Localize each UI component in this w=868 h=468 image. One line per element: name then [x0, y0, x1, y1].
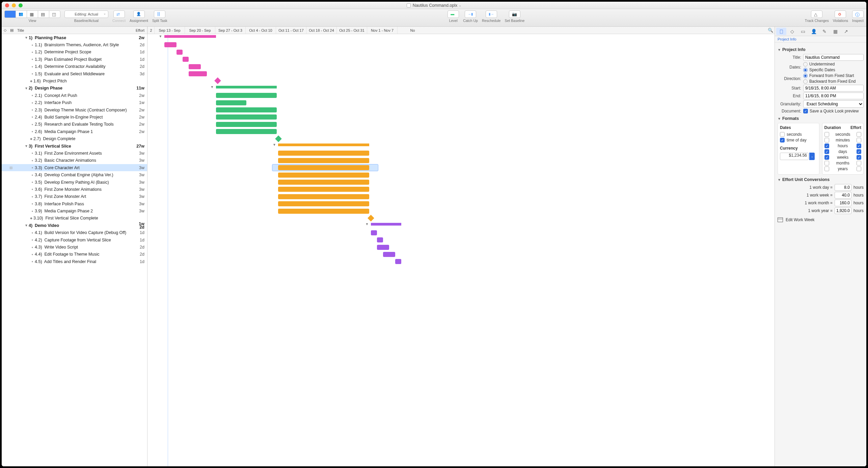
- timeline-column[interactable]: 2: [147, 27, 154, 34]
- gantt-bar[interactable]: [177, 50, 183, 55]
- task-row[interactable]: ●2.5) Research and Evaluate Testing Tool…: [2, 121, 147, 128]
- view-gantt-button[interactable]: [4, 10, 16, 18]
- task-row[interactable]: ●1.3) Plan Estimated Project Budget1d: [2, 56, 147, 63]
- gantt-bar[interactable]: [395, 259, 401, 264]
- task-row[interactable]: ●3.5) Develop Enemy Pathing AI (Basic)3w: [2, 179, 147, 186]
- task-row[interactable]: ●2.3) Develop Theme Music (Contract Comp…: [2, 106, 147, 113]
- gantt-bar[interactable]: [377, 245, 389, 250]
- task-row[interactable]: ●3.7) First Zone Monster Art3w: [2, 193, 147, 200]
- gantt-disclosure[interactable]: ▼: [365, 222, 369, 226]
- gantt-bar[interactable]: [216, 122, 277, 127]
- gantt-bar[interactable]: [278, 194, 369, 199]
- timeline-column[interactable]: Nov 1 - Nov 7: [367, 27, 397, 34]
- task-row[interactable]: ●3.4) Develop Combat Engine (Alpha Ver.)…: [2, 171, 147, 178]
- gantt-bar[interactable]: [278, 201, 369, 206]
- gantt-milestone[interactable]: [214, 77, 221, 84]
- gantt-bar[interactable]: [371, 223, 401, 226]
- gantt-bar[interactable]: [278, 173, 369, 178]
- view-network-button[interactable]: [38, 10, 49, 18]
- task-row[interactable]: ●1.4) Determine Contractor Availability2…: [2, 63, 147, 70]
- gantt-bar[interactable]: [189, 64, 201, 69]
- task-row[interactable]: ●3.1) First Zone Environment Assets3w: [2, 150, 147, 157]
- splittask-button[interactable]: [154, 10, 165, 18]
- view-resources-button[interactable]: [16, 10, 27, 18]
- task-row[interactable]: ●1.1) Brainstorm Themes, Audience, Art S…: [2, 41, 147, 48]
- gantt-bar[interactable]: [278, 144, 369, 146]
- task-row[interactable]: ▼3) First Vertical Slice27w: [2, 142, 147, 150]
- task-row[interactable]: ◆3.10) First Vertical Slice Complete: [2, 215, 147, 222]
- baseline-dropdown[interactable]: Editing: Actual: [64, 10, 108, 18]
- title-column-header[interactable]: Title: [15, 28, 130, 32]
- reschedule-button[interactable]: [486, 10, 497, 18]
- gantt-bar[interactable]: [189, 71, 207, 76]
- gantt-bar[interactable]: [164, 42, 177, 47]
- document-title[interactable]: Nautilus Command.oplx: [413, 3, 458, 8]
- gantt-bar[interactable]: [216, 86, 277, 88]
- minimize-button[interactable]: [12, 3, 16, 7]
- zoom-button[interactable]: [19, 3, 23, 7]
- catchup-button[interactable]: [465, 10, 476, 18]
- task-row[interactable]: ●1.5) Evaluate and Select Middleware3d: [2, 70, 147, 77]
- task-row[interactable]: ●4.1) Build Version for Video Capture (D…: [2, 229, 147, 236]
- task-row[interactable]: ●3.6) First Zone Monster Animations3w: [2, 186, 147, 193]
- assignment-button[interactable]: [133, 10, 145, 18]
- task-row[interactable]: ●2.6) Media Campaign Phase 12w: [2, 128, 147, 135]
- task-row[interactable]: ●2.1) Concept Art Push2w: [2, 92, 147, 99]
- task-row[interactable]: ●4.4) Edit Footage to Theme Music2d: [2, 251, 147, 258]
- task-row[interactable]: ●3.8) Interface Polish Pass3w: [2, 200, 147, 207]
- timeline-column[interactable]: Oct 18 - Oct 24: [306, 27, 336, 34]
- task-row[interactable]: ●3.9) Media Campaign Phase 23w: [2, 207, 147, 214]
- close-button[interactable]: [5, 3, 9, 7]
- task-row[interactable]: ●4.2) Capture Footage from Vertical Slic…: [2, 236, 147, 243]
- gantt-bar[interactable]: [216, 129, 277, 134]
- task-row[interactable]: ◆1.6) Project Pitch: [2, 77, 147, 84]
- gantt-bar[interactable]: [278, 187, 369, 192]
- timeline-column[interactable]: Sep 27 - Oct 3: [215, 27, 245, 34]
- task-row[interactable]: ◆2.7) Design Complete: [2, 135, 147, 142]
- view-board-button[interactable]: [49, 10, 60, 18]
- gantt-bar[interactable]: [371, 230, 377, 235]
- gantt-milestone[interactable]: [275, 135, 282, 142]
- task-row[interactable]: ●2.2) Interface Push1w: [2, 99, 147, 106]
- gantt-bar[interactable]: [383, 252, 395, 257]
- gantt-body[interactable]: ▼▼▼▼: [147, 34, 506, 273]
- timeline-column[interactable]: No: [397, 27, 428, 34]
- gantt-bar[interactable]: [216, 107, 277, 112]
- gantt-chart[interactable]: 2Sep 13 - SepSep 20 - SepSep 27 - Oct 3O…: [147, 27, 506, 273]
- gantt-bar[interactable]: [377, 237, 383, 242]
- gantt-disclosure[interactable]: ▼: [211, 85, 214, 89]
- gantt-bar[interactable]: [216, 100, 246, 105]
- timeline-column[interactable]: Oct 11 - Oct 17: [276, 27, 306, 34]
- gantt-bar[interactable]: [278, 209, 369, 214]
- gantt-bar[interactable]: [278, 165, 369, 170]
- timeline-column[interactable]: Sep 13 - Sep: [154, 27, 185, 34]
- gantt-bar[interactable]: [278, 151, 369, 156]
- gantt-bar[interactable]: [183, 57, 189, 62]
- timeline-column[interactable]: Sep 20 - Sep: [185, 27, 215, 34]
- gantt-disclosure[interactable]: ▼: [273, 143, 276, 147]
- gantt-bar[interactable]: [164, 35, 216, 38]
- task-row[interactable]: ●4.5) Add Titles and Render Final1d: [2, 258, 147, 265]
- title-chevron-icon[interactable]: ⌄: [459, 3, 461, 7]
- view-calendar-button[interactable]: [27, 10, 38, 18]
- flag-column-icon[interactable]: ◇: [2, 28, 8, 32]
- gantt-bar[interactable]: [278, 180, 369, 185]
- timeline-column[interactable]: Oct 25 - Oct 31: [336, 27, 367, 34]
- gantt-bar[interactable]: [216, 93, 277, 98]
- note-column-icon[interactable]: ▤: [8, 28, 15, 32]
- level-button[interactable]: [447, 10, 459, 18]
- task-row[interactable]: ●4.3) Write Video Script2d: [2, 243, 147, 251]
- task-row[interactable]: ●3.2) Basic Character Animations3w: [2, 157, 147, 164]
- gantt-bar[interactable]: [216, 114, 277, 120]
- gantt-disclosure[interactable]: ▼: [159, 34, 162, 38]
- task-row[interactable]: ●1.2) Determine Project Scope1d: [2, 49, 147, 56]
- task-row[interactable]: ▼2) Design Phase11w: [2, 85, 147, 92]
- task-row[interactable]: ▼1) Planning Phase2w: [2, 34, 147, 41]
- task-row[interactable]: ●2.4) Build Sample In-Engine Project2w: [2, 113, 147, 121]
- gantt-milestone[interactable]: [368, 215, 374, 222]
- task-row[interactable]: ▼4) Demo Video1w2d: [2, 222, 147, 229]
- timeline-column[interactable]: Oct 4 - Oct 10: [245, 27, 276, 34]
- effort-column-header[interactable]: Effort: [130, 28, 147, 32]
- task-row[interactable]: ▤●3.3) Core Character Art3w: [2, 164, 147, 171]
- gantt-bar[interactable]: [278, 158, 369, 163]
